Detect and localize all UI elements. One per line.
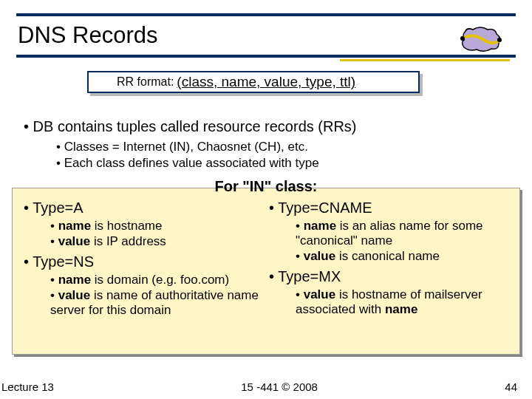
type-mx-header: Type=MX [269, 268, 508, 285]
sub-bullet-2: Each class defines value associated with… [56, 156, 508, 171]
type-ns-header: Type=NS [24, 253, 263, 270]
footer-right: 44 [505, 381, 517, 393]
footer: Lecture 13 15 -441 © 2008 44 [0, 381, 532, 393]
sub-bullets: Classes = Internet (IN), Chaosnet (CH), … [56, 140, 508, 171]
type-ns-line1: name is domain (e.g. foo.com) [50, 273, 263, 287]
type-a-line1: name is hostname [50, 219, 263, 233]
footer-left: Lecture 13 [1, 381, 54, 393]
rr-label: RR format: [117, 75, 174, 89]
rr-format-box: RR format: (class, name, value, type, tt… [87, 71, 420, 93]
type-cname-details: name is an alias name for some "canonica… [296, 219, 508, 264]
type-a-header: Type=A [24, 200, 263, 216]
rr-value: (class, name, value, type, ttl) [177, 74, 355, 90]
type-cname-line1: name is an alias name for some "canonica… [296, 219, 508, 248]
type-ns-line2: value is name of authoritative name serv… [50, 288, 263, 318]
svg-point-1 [497, 38, 502, 42]
slide-title: DNS Records [18, 22, 158, 49]
type-cname-line2: value is canonical name [296, 249, 508, 264]
type-cname-header: Type=CNAME [269, 200, 508, 216]
right-column: Type=CNAME name is an alias name for som… [269, 200, 508, 318]
two-columns: Type=A name is hostname value is IP addr… [24, 200, 508, 318]
left-column: Type=A name is hostname value is IP addr… [24, 200, 263, 318]
type-ns-details: name is domain (e.g. foo.com) value is n… [50, 273, 263, 318]
type-a-details: name is hostname value is IP address [50, 219, 263, 249]
type-mx-line1: value is hostname of mailserver associat… [296, 287, 508, 317]
type-mx-details: value is hostname of mailserver associat… [296, 287, 508, 317]
content-area: DB contains tuples called resource recor… [24, 118, 508, 318]
footer-center: 15 -441 © 2008 [241, 381, 318, 393]
svg-point-0 [460, 36, 465, 41]
main-bullet: DB contains tuples called resource recor… [24, 118, 508, 135]
network-logo [458, 24, 502, 55]
type-a-line2: value is IP address [50, 234, 263, 249]
title-accent [340, 59, 510, 61]
for-in-header: For "IN" class: [24, 178, 508, 195]
sub-bullet-1: Classes = Internet (IN), Chaosnet (CH), … [56, 140, 508, 154]
